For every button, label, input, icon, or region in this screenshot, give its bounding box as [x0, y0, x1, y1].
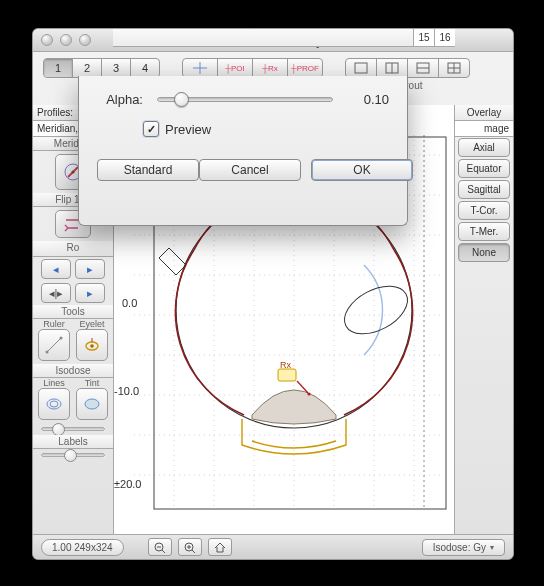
tint-icon	[82, 394, 102, 414]
layout-1[interactable]	[346, 59, 377, 77]
overlay-axial[interactable]: Axial	[458, 138, 510, 157]
cursor-prof[interactable]: ┼PROF	[288, 59, 322, 77]
y-tick-0: 0.0	[122, 297, 137, 309]
coords-text: 1.00 249x324	[52, 542, 113, 553]
labels-slider[interactable]	[41, 453, 105, 457]
minimize-icon[interactable]	[60, 34, 72, 46]
profile-tabs: 15 16	[113, 29, 455, 47]
preview-checkbox[interactable]: ✓	[143, 121, 159, 137]
isodose-label: Isodose	[33, 364, 113, 378]
cursor-rx[interactable]: ┼Rx	[253, 59, 288, 77]
svg-point-12	[85, 399, 99, 409]
layout-single-icon	[354, 62, 368, 74]
statusbar: 1.00 249x324 Isodose: Gy▾	[33, 534, 513, 559]
tint-button[interactable]	[76, 388, 108, 420]
contour-icon	[44, 394, 64, 414]
lines-label: Lines	[35, 378, 73, 388]
cursor-segment[interactable]: ┼POI ┼Rx ┼PROF	[182, 58, 323, 78]
layout-2col-icon	[385, 62, 399, 74]
labels-label: Labels	[33, 435, 113, 449]
alpha-value: 0.10	[347, 92, 389, 107]
ok-button[interactable]: OK	[311, 159, 413, 181]
eyelet-button[interactable]	[76, 329, 108, 361]
layout-segment[interactable]	[345, 58, 470, 78]
isodose-dropdown[interactable]: Isodose: Gy▾	[422, 539, 505, 556]
coords-pill: 1.00 249x324	[41, 539, 124, 556]
mage-hdr: mage	[455, 121, 513, 137]
svg-point-33	[307, 392, 310, 395]
zoom-in-button[interactable]	[178, 538, 202, 556]
layout-2[interactable]	[377, 59, 408, 77]
plaque-1[interactable]: 1	[44, 59, 73, 77]
cursor-poi[interactable]: ┼POI	[218, 59, 253, 77]
plaque-4[interactable]: 4	[131, 59, 159, 77]
rotate-right[interactable]: ▸	[75, 259, 105, 279]
layout-4[interactable]	[439, 59, 469, 77]
isodose-slider[interactable]	[41, 427, 105, 431]
svg-point-5	[72, 171, 75, 174]
layout-2row-icon	[416, 62, 430, 74]
layout-4up-icon	[447, 62, 461, 74]
svg-point-11	[50, 401, 58, 407]
plaque-segment[interactable]: 1 2 3 4	[43, 58, 160, 78]
alpha-sheet: Alpha: 0.10 ✓ Preview Standard Cancel OK	[78, 76, 408, 226]
plaque-3[interactable]: 3	[102, 59, 131, 77]
overlay-tmer[interactable]: T-Mer.	[458, 222, 510, 241]
prof-icon: ┼PROF	[296, 62, 314, 74]
triangle-right-icon: ▸	[87, 263, 93, 276]
eyelet-label: Eyelet	[73, 319, 111, 329]
tint-label: Tint	[73, 378, 111, 388]
svg-point-31	[337, 276, 416, 343]
overlay-equator[interactable]: Equator	[458, 159, 510, 178]
zoom-out-icon	[153, 541, 167, 553]
overlay-hdr: Overlay	[455, 105, 513, 121]
ruler-icon	[44, 335, 64, 355]
overlay-none[interactable]: None	[458, 243, 510, 262]
close-icon[interactable]	[41, 34, 53, 46]
rotate-left[interactable]: ◂	[41, 259, 71, 279]
rx-icon: ┼Rx	[261, 62, 279, 74]
zoom-in-icon	[183, 541, 197, 553]
standard-button[interactable]: Standard	[97, 159, 199, 181]
right-sidebar: Overlay mage Axial Equator Sagittal T-Co…	[455, 105, 513, 535]
overlay-sagittal[interactable]: Sagittal	[458, 180, 510, 199]
svg-rect-0	[355, 63, 367, 73]
layout-3[interactable]	[408, 59, 439, 77]
svg-point-9	[90, 344, 94, 348]
ruler-label: Ruler	[35, 319, 73, 329]
svg-rect-32	[278, 369, 296, 381]
overlay-tcor[interactable]: T-Cor.	[458, 201, 510, 220]
svg-point-6	[46, 351, 49, 354]
zoom-out-button[interactable]	[148, 538, 172, 556]
preview-label: Preview	[165, 122, 211, 137]
zoom-icon[interactable]	[79, 34, 91, 46]
eyelet-icon	[82, 335, 102, 355]
triangle-right-icon: ▸	[87, 287, 93, 300]
triangle-left-icon: ◂	[53, 263, 59, 276]
plaque-2[interactable]: 2	[73, 59, 102, 77]
svg-point-7	[60, 337, 63, 340]
tools-label: Tools	[33, 305, 113, 319]
lines-button[interactable]	[38, 388, 70, 420]
rotate-label: Ro	[33, 241, 113, 257]
home-icon	[213, 541, 227, 553]
rx-label: Rx	[280, 360, 291, 370]
chevron-down-icon: ▾	[490, 543, 494, 552]
tab-15[interactable]: 15	[413, 29, 434, 46]
y-tick-1: -10.0	[114, 385, 139, 397]
mirror-h[interactable]: ◂|▸	[41, 283, 71, 303]
cursor-cross[interactable]	[183, 59, 218, 77]
poi-icon: ┼POI	[226, 62, 244, 74]
ruler-button[interactable]	[38, 329, 70, 361]
isodose-text: Isodose: Gy	[433, 542, 486, 553]
rotate-right-2[interactable]: ▸	[75, 283, 105, 303]
mirror-icon: ◂|▸	[49, 287, 64, 300]
crosshair-icon	[191, 62, 209, 74]
home-button[interactable]	[208, 538, 232, 556]
alpha-label: Alpha:	[97, 92, 143, 107]
y-tick-2: ±20.0	[114, 478, 141, 490]
alpha-slider[interactable]	[157, 97, 333, 102]
cancel-button[interactable]: Cancel	[199, 159, 301, 181]
tab-16[interactable]: 16	[434, 29, 455, 46]
